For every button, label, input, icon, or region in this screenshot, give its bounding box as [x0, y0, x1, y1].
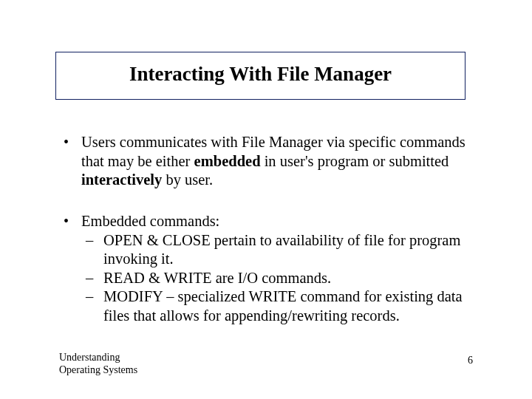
footer-left: Understanding Operating Systems	[59, 352, 137, 377]
footer-line-2: Operating Systems	[59, 364, 137, 377]
sub-bullet-list: OPEN & CLOSE pertain to availability of …	[81, 231, 477, 326]
content-area: Users communicates with File Manager via…	[59, 133, 477, 348]
text-bold: embedded	[194, 153, 261, 169]
text: Embedded commands:	[81, 213, 219, 229]
bullet-1: Users communicates with File Manager via…	[59, 133, 477, 190]
text: READ & WRITE are I/O commands.	[103, 270, 331, 286]
sub-bullet-2: READ & WRITE are I/O commands.	[81, 269, 477, 288]
title-box: Interacting With File Manager	[55, 52, 466, 100]
text: OPEN & CLOSE pertain to availability of …	[103, 232, 460, 267]
footer-line-1: Understanding	[59, 352, 137, 364]
slide: Interacting With File Manager Users comm…	[0, 0, 532, 399]
text: MODIFY – specialized WRITE command for e…	[103, 288, 463, 324]
text-bold: interactively	[81, 171, 162, 188]
slide-title: Interacting With File Manager	[64, 63, 457, 86]
bullet-2: Embedded commands: OPEN & CLOSE pertain …	[59, 212, 477, 326]
sub-bullet-3: MODIFY – specialized WRITE command for e…	[81, 287, 477, 325]
bullet-list: Users communicates with File Manager via…	[59, 133, 477, 326]
page-number: 6	[468, 355, 473, 366]
text: in user's program or submitted	[261, 153, 449, 169]
sub-bullet-1: OPEN & CLOSE pertain to availability of …	[81, 231, 477, 269]
text: by user.	[162, 171, 213, 188]
